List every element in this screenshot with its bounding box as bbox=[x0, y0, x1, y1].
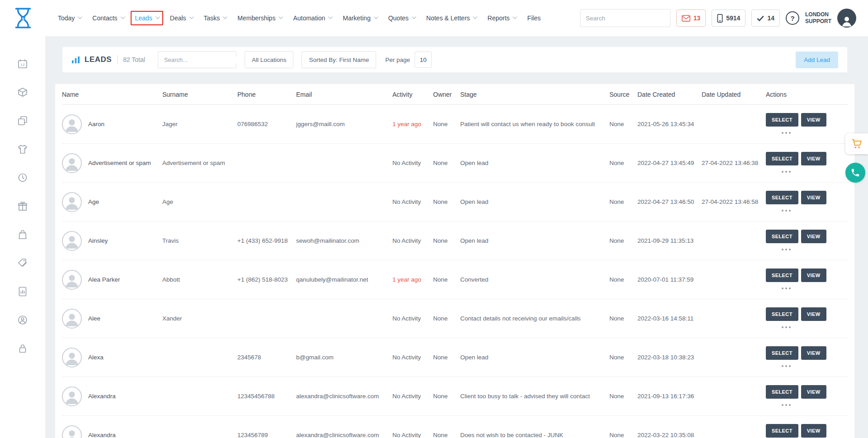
calls-badge[interactable]: 5914 bbox=[712, 9, 745, 27]
history-icon[interactable] bbox=[17, 172, 28, 184]
view-button[interactable]: VIEW bbox=[801, 346, 826, 360]
lead-name[interactable]: Alexandra bbox=[88, 431, 116, 438]
nav-memberships[interactable]: Memberships bbox=[237, 14, 282, 22]
global-search-input[interactable] bbox=[586, 15, 666, 22]
col-source: Source bbox=[609, 91, 637, 98]
lead-name[interactable]: Advertisement or spam bbox=[88, 159, 151, 168]
help-icon[interactable]: ? bbox=[786, 11, 799, 25]
lead-email: qanulubely@mailinator.net bbox=[296, 275, 392, 284]
total-count: 82 Total bbox=[123, 56, 145, 63]
view-button[interactable]: VIEW bbox=[801, 152, 826, 165]
cart-icon bbox=[851, 138, 863, 150]
lead-name[interactable]: Aaron bbox=[88, 120, 104, 129]
app-logo[interactable]: S bbox=[12, 6, 34, 30]
nav-files-label: Files bbox=[527, 14, 541, 22]
cart-widget-button[interactable] bbox=[845, 133, 868, 154]
lead-name[interactable]: Ainsley bbox=[88, 236, 108, 245]
sort-by-select[interactable]: Sorted By: First Name bbox=[302, 51, 376, 68]
products-icon[interactable] bbox=[17, 86, 28, 98]
purchases-icon[interactable] bbox=[17, 229, 28, 240]
lead-stage: Open lead bbox=[460, 353, 609, 362]
view-button[interactable]: VIEW bbox=[801, 307, 826, 321]
reports-icon[interactable] bbox=[17, 286, 28, 297]
chevron-down-icon bbox=[223, 14, 227, 19]
lead-stage: Converted bbox=[460, 275, 609, 284]
view-button[interactable]: VIEW bbox=[801, 191, 826, 204]
lead-name-cell: Alea Parker bbox=[62, 270, 162, 290]
apparel-icon[interactable] bbox=[17, 143, 28, 155]
lead-actions: SELECTVIEW bbox=[766, 191, 848, 213]
account-line2: SUPPORT bbox=[805, 18, 831, 25]
user-avatar[interactable] bbox=[837, 9, 856, 28]
lead-name-cell: Alee bbox=[62, 309, 162, 329]
support-icon[interactable] bbox=[17, 314, 28, 326]
view-button[interactable]: VIEW bbox=[801, 268, 826, 282]
left-sidebar: 12 bbox=[0, 36, 45, 438]
select-button[interactable]: SELECT bbox=[766, 191, 798, 204]
leads-search-input[interactable] bbox=[164, 57, 244, 63]
nav-quotes[interactable]: Quotes bbox=[388, 14, 415, 22]
select-button[interactable]: SELECT bbox=[766, 385, 798, 399]
select-button[interactable]: SELECT bbox=[766, 230, 798, 243]
select-button[interactable]: SELECT bbox=[766, 346, 798, 360]
nav-reports[interactable]: Reports bbox=[487, 14, 516, 22]
calendar-icon[interactable]: 12 bbox=[17, 58, 28, 70]
view-button[interactable]: VIEW bbox=[801, 113, 826, 127]
select-button[interactable]: SELECT bbox=[766, 152, 798, 165]
lock-icon[interactable] bbox=[17, 343, 28, 354]
select-button[interactable]: SELECT bbox=[766, 424, 798, 438]
more-actions-button[interactable] bbox=[780, 403, 792, 407]
more-actions-button[interactable] bbox=[780, 170, 792, 174]
more-actions-button[interactable] bbox=[780, 325, 792, 330]
lead-name[interactable]: Alexa bbox=[88, 353, 104, 362]
more-actions-button[interactable] bbox=[780, 247, 792, 252]
avatar bbox=[62, 153, 82, 173]
nav-files[interactable]: Files bbox=[527, 14, 541, 22]
lead-email: alexandra@clinicsoftware.com bbox=[296, 431, 392, 438]
nav-tasks[interactable]: Tasks bbox=[204, 14, 226, 22]
nav-contacts[interactable]: Contacts bbox=[92, 14, 123, 22]
more-actions-button[interactable] bbox=[780, 364, 792, 368]
main-content: LEADS 82 Total All Locations Sorted By: … bbox=[45, 36, 868, 438]
copies-icon[interactable] bbox=[17, 115, 28, 127]
lead-stage: Open lead bbox=[460, 159, 609, 168]
nav-deals[interactable]: Deals bbox=[170, 14, 193, 22]
col-date-updated: Date Updated bbox=[702, 91, 766, 98]
per-page-input[interactable]: 10 bbox=[415, 52, 432, 68]
divider bbox=[117, 55, 118, 64]
nav-automation[interactable]: Automation bbox=[293, 14, 331, 22]
lead-email: jggers@maill.com bbox=[296, 120, 392, 129]
lead-name[interactable]: Alee bbox=[88, 314, 100, 323]
table-row: Age Age No Activity None Open lead None … bbox=[62, 183, 848, 221]
nav-today[interactable]: Today bbox=[58, 14, 81, 22]
select-button[interactable]: SELECT bbox=[766, 307, 798, 321]
person-icon bbox=[63, 115, 81, 133]
lead-name[interactable]: Age bbox=[88, 198, 99, 207]
more-actions-button[interactable] bbox=[780, 131, 792, 135]
select-button[interactable]: SELECT bbox=[766, 113, 798, 127]
col-phone: Phone bbox=[237, 91, 296, 98]
call-widget-button[interactable] bbox=[845, 163, 865, 183]
location-filter-select[interactable]: All Locations bbox=[245, 51, 294, 68]
view-button[interactable]: VIEW bbox=[801, 424, 826, 438]
nav-leads[interactable]: Leads bbox=[131, 11, 163, 25]
more-actions-button[interactable] bbox=[780, 286, 792, 291]
nav-automation-label: Automation bbox=[293, 14, 325, 22]
more-actions-button[interactable] bbox=[780, 208, 792, 213]
messages-badge[interactable]: 13 bbox=[676, 9, 706, 27]
nav-marketing[interactable]: Marketing bbox=[343, 14, 377, 22]
gifts-icon[interactable] bbox=[17, 200, 28, 212]
tags-icon[interactable] bbox=[17, 257, 28, 269]
chevron-down-icon bbox=[513, 14, 517, 19]
nav-leads-label: Leads bbox=[135, 14, 152, 22]
tasks-badge[interactable]: 14 bbox=[751, 9, 780, 27]
col-email: Email bbox=[296, 91, 392, 98]
lead-name[interactable]: Alea Parker bbox=[88, 275, 120, 284]
lead-name[interactable]: Alexandra bbox=[88, 392, 116, 401]
select-button[interactable]: SELECT bbox=[766, 268, 798, 282]
nav-notes-letters[interactable]: Notes & Letters bbox=[426, 14, 476, 22]
view-button[interactable]: VIEW bbox=[801, 385, 826, 399]
lead-activity: No Activity bbox=[392, 159, 433, 168]
add-lead-button[interactable]: Add Lead bbox=[796, 52, 838, 68]
view-button[interactable]: VIEW bbox=[801, 230, 826, 243]
